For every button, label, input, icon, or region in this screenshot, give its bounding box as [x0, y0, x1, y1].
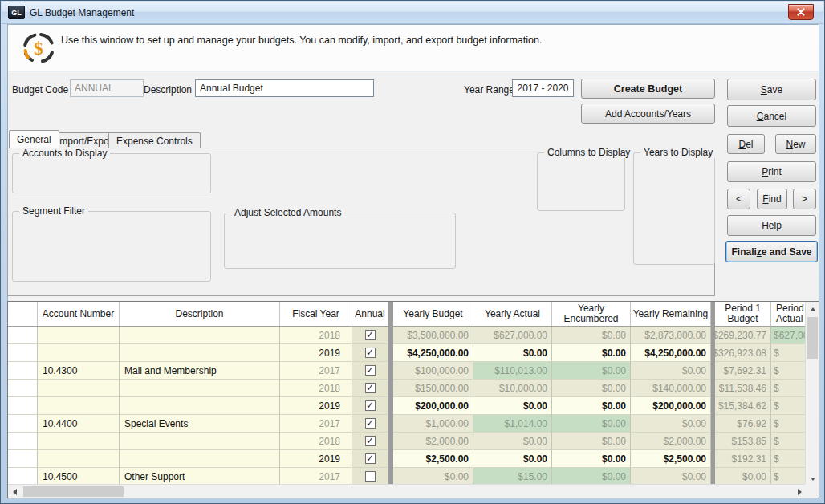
cell-actual[interactable]: $10,000.00: [473, 380, 552, 397]
cell-account[interactable]: 10.4500: [38, 468, 120, 486]
cell-sel[interactable]: [8, 433, 38, 450]
cell-account[interactable]: 10.4300: [38, 362, 120, 380]
cell-budget[interactable]: $100,000.00: [393, 362, 473, 380]
vertical-scrollbar[interactable]: [805, 302, 819, 486]
cell-sel[interactable]: [8, 450, 38, 468]
cell-encumbered[interactable]: $0.00: [552, 397, 631, 415]
cell-sel[interactable]: [8, 327, 38, 344]
cell-description[interactable]: [120, 433, 280, 450]
cell-actual[interactable]: $627,000.00: [473, 327, 552, 344]
find-button[interactable]: Find: [757, 189, 787, 209]
year-range-field[interactable]: 2017 - 2020: [512, 79, 574, 97]
scroll-left-button[interactable]: [8, 485, 22, 498]
vertical-scrollbar-thumb[interactable]: [807, 317, 818, 359]
cell-annual[interactable]: ✓: [352, 450, 388, 468]
annual-checkbox-icon[interactable]: ✓: [365, 453, 376, 464]
cell-sel[interactable]: [8, 415, 38, 433]
cell-sel[interactable]: [8, 380, 38, 397]
cell-p1_budget[interactable]: $7,692.31: [715, 362, 771, 380]
help-button[interactable]: Help: [727, 215, 816, 236]
previous-record-button[interactable]: <: [727, 189, 750, 209]
cell-year[interactable]: 2017: [280, 362, 352, 380]
annual-checkbox-icon[interactable]: ✓: [365, 330, 376, 340]
cell-p1_budget[interactable]: $326,923.08: [715, 344, 771, 362]
cell-budget[interactable]: $3,500,000.00: [393, 327, 473, 344]
cell-remaining[interactable]: $2,000.00: [631, 433, 711, 450]
cell-p1_budget[interactable]: $11,538.46: [715, 380, 771, 397]
cell-year[interactable]: 2017: [280, 415, 352, 433]
cell-year[interactable]: 2018: [280, 433, 352, 450]
cell-actual[interactable]: $0.00: [473, 344, 552, 362]
cell-encumbered[interactable]: $0.00: [552, 380, 631, 397]
cell-p1_budget[interactable]: $0.00: [715, 468, 771, 486]
cell-remaining[interactable]: $4,250,000.00: [631, 344, 711, 362]
print-button[interactable]: Print: [727, 161, 816, 182]
cell-sel[interactable]: [8, 362, 38, 380]
cell-p1_budget[interactable]: $153.85: [715, 433, 771, 450]
cell-account[interactable]: [38, 344, 120, 362]
cell-account[interactable]: [38, 380, 120, 397]
cell-sel[interactable]: [8, 397, 38, 415]
cell-p1_budget[interactable]: $269,230.77: [715, 327, 771, 344]
cell-remaining[interactable]: $0.00: [631, 415, 711, 433]
description-field[interactable]: Annual Budget: [195, 79, 374, 97]
cell-annual[interactable]: ✓: [352, 362, 388, 380]
cell-description[interactable]: [120, 327, 280, 344]
annual-checkbox-icon[interactable]: ✓: [365, 400, 376, 411]
add-accounts-years-button[interactable]: Add Accounts/Years: [581, 104, 715, 124]
annual-checkbox-icon[interactable]: ✓: [365, 383, 376, 393]
cell-actual[interactable]: $0.00: [473, 397, 552, 415]
cell-annual[interactable]: [352, 468, 388, 486]
cell-account[interactable]: [38, 397, 120, 415]
cell-sel[interactable]: [8, 344, 38, 362]
cell-p1_budget[interactable]: $15,384.62: [715, 397, 771, 415]
cell-sel[interactable]: [8, 468, 38, 486]
cell-remaining[interactable]: $0.00: [631, 362, 711, 380]
cell-annual[interactable]: ✓: [352, 327, 388, 344]
cell-budget[interactable]: $1,000.00: [393, 415, 473, 433]
create-budget-button[interactable]: Create Budget: [581, 79, 715, 99]
cell-description[interactable]: Mail and Membership: [120, 362, 280, 380]
cell-encumbered[interactable]: $0.00: [552, 327, 631, 344]
cell-year[interactable]: 2018: [280, 380, 352, 397]
save-button[interactable]: Save: [727, 79, 816, 100]
cell-annual[interactable]: ✓: [352, 415, 388, 433]
cell-budget[interactable]: $150,000.00: [393, 380, 473, 397]
cell-encumbered[interactable]: $0.00: [552, 468, 631, 486]
cell-description[interactable]: [120, 397, 280, 415]
cell-year[interactable]: 2017: [280, 468, 352, 486]
annual-checkbox-icon[interactable]: [365, 471, 376, 482]
cell-remaining[interactable]: $2,873,000.00: [631, 327, 711, 344]
cell-year[interactable]: 2018: [280, 327, 352, 344]
cell-actual[interactable]: $1,014.00: [473, 415, 552, 433]
annual-checkbox-icon[interactable]: ✓: [365, 348, 376, 358]
cell-description[interactable]: [120, 344, 280, 362]
cell-budget[interactable]: $2,500.00: [393, 450, 473, 468]
cancel-button[interactable]: Cancel: [727, 105, 816, 127]
cell-remaining[interactable]: $140,000.00: [631, 380, 711, 397]
horizontal-scrollbar-thumb[interactable]: [23, 486, 124, 497]
cell-description[interactable]: [120, 380, 280, 397]
cell-year[interactable]: 2019: [280, 450, 352, 468]
next-record-button[interactable]: >: [793, 189, 816, 209]
cell-description[interactable]: Special Events: [120, 415, 280, 433]
delete-button[interactable]: Del: [727, 134, 765, 154]
cell-encumbered[interactable]: $0.00: [552, 362, 631, 380]
cell-annual[interactable]: ✓: [352, 433, 388, 450]
cell-account[interactable]: [38, 450, 120, 468]
cell-annual[interactable]: ✓: [352, 397, 388, 415]
cell-budget[interactable]: $0.00: [393, 468, 473, 486]
cell-encumbered[interactable]: $0.00: [552, 415, 631, 433]
cell-annual[interactable]: ✓: [352, 380, 388, 397]
new-button[interactable]: New: [775, 134, 816, 154]
budget-code-field[interactable]: ANNUAL: [70, 79, 144, 97]
cell-remaining[interactable]: $0.00: [631, 468, 711, 486]
cell-account[interactable]: [38, 433, 120, 450]
close-button[interactable]: [788, 4, 814, 20]
cell-actual[interactable]: $0.00: [473, 433, 552, 450]
cell-account[interactable]: 10.4400: [38, 415, 120, 433]
annual-checkbox-icon[interactable]: ✓: [365, 418, 376, 429]
cell-description[interactable]: [120, 450, 280, 468]
cell-description[interactable]: Other Support: [120, 468, 280, 486]
cell-year[interactable]: 2019: [280, 344, 352, 362]
